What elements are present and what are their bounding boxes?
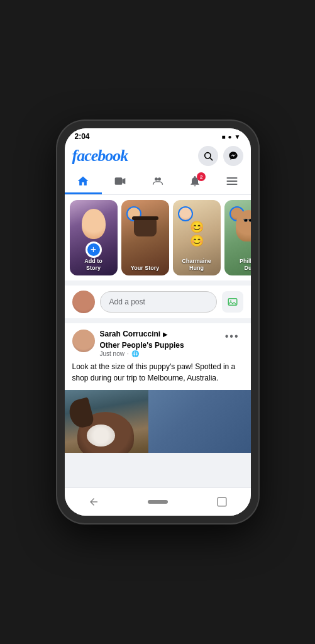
phone-screen: 2:04 ■ ● ▼ facebook [65, 128, 251, 516]
svg-point-5 [158, 177, 161, 180]
stories-section: + Add toStory Your Story 😊� [65, 195, 251, 280]
messenger-icon [228, 151, 238, 161]
facebook-logo: facebook [72, 147, 128, 165]
post-arrow-icon: ▶ [163, 331, 168, 338]
nav-tab-video[interactable] [102, 170, 139, 194]
story-charmaine[interactable]: 😊😊 CharmaineHung [173, 200, 221, 275]
post-text: Look at the size of this puppy's paw! Sp… [65, 361, 251, 390]
home-indicator[interactable] [148, 500, 168, 504]
signal-icon: ■ [222, 133, 226, 140]
messenger-button[interactable] [223, 146, 243, 166]
photo-icon [227, 296, 238, 308]
header-icons [198, 146, 243, 166]
add-photo-button[interactable] [222, 291, 243, 313]
post-options-button[interactable]: ••• [221, 330, 243, 343]
svg-point-4 [155, 177, 158, 180]
story-phillip[interactable]: 🕶️ PhillipDu [224, 200, 251, 275]
post-author-info: Sarah Corruccini ▶ Other People's Puppie… [72, 330, 221, 357]
current-user-avatar [72, 291, 95, 313]
overview-button[interactable] [213, 493, 231, 511]
nav-tab-menu[interactable] [213, 170, 250, 194]
story-yours[interactable]: Your Story [121, 200, 169, 275]
svg-rect-11 [218, 497, 226, 506]
post-dot: · [127, 350, 129, 357]
home-icon [77, 175, 89, 187]
menu-icon [226, 175, 238, 187]
app-header: facebook [65, 143, 251, 170]
post-timestamp: Just now [100, 350, 124, 357]
search-button[interactable] [198, 146, 218, 166]
story-add-label: Add toStory [70, 258, 118, 272]
story-charmaine-label: CharmaineHung [173, 258, 221, 272]
back-button[interactable] [85, 493, 102, 511]
notification-badge: 2 [197, 172, 206, 181]
post-author-name: Sarah Corruccini [100, 330, 161, 338]
post-image [65, 390, 251, 453]
wifi-icon: ● [228, 133, 232, 140]
nav-tab-groups[interactable] [139, 170, 176, 194]
status-bar: 2:04 ■ ● ▼ [65, 128, 251, 143]
phone-frame: 2:04 ■ ● ▼ facebook [57, 121, 258, 523]
post-privacy-icon: 🌐 [131, 350, 139, 357]
add-story-btn[interactable]: + [86, 242, 102, 258]
post-group-name: Other People's Puppies [100, 341, 184, 350]
search-icon [203, 151, 213, 161]
story-phillip-label: PhillipDu [224, 258, 251, 272]
add-post-input[interactable]: Add a post [100, 291, 217, 313]
svg-line-1 [210, 158, 213, 160]
post-header: Sarah Corruccini ▶ Other People's Puppie… [65, 323, 251, 361]
post-author-avatar [72, 330, 95, 352]
status-icons: ■ ● ▼ [222, 133, 241, 140]
main-content: + Add toStory Your Story 😊� [65, 195, 251, 487]
video-icon [114, 175, 126, 187]
status-time: 2:04 [75, 132, 90, 141]
battery-icon: ▼ [235, 133, 241, 140]
story-add[interactable]: + Add toStory [70, 200, 118, 275]
nav-tabs: 2 [65, 170, 251, 195]
nav-tab-notifications[interactable]: 2 [176, 170, 213, 194]
back-icon [88, 496, 99, 508]
svg-marker-3 [123, 178, 126, 184]
post-card: Sarah Corruccini ▶ Other People's Puppie… [65, 323, 251, 453]
groups-icon [152, 175, 164, 187]
post-meta: Just now · 🌐 [100, 350, 221, 357]
story-yours-label: Your Story [121, 265, 169, 272]
nav-tab-home[interactable] [65, 170, 102, 194]
bottom-navigation [65, 487, 251, 516]
svg-rect-2 [115, 177, 123, 185]
overview-icon [216, 496, 228, 508]
add-post-section: Add a post [65, 286, 251, 318]
